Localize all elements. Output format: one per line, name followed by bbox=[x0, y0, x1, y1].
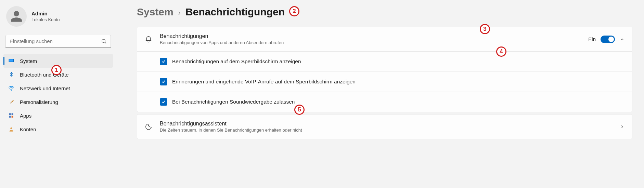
svg-point-9 bbox=[10, 127, 12, 129]
main-content: System › Benachrichtigungen Benachrichti… bbox=[116, 0, 644, 188]
panel-desc: Benachrichtigungen von Apps und anderen … bbox=[160, 40, 581, 45]
chevron-up-icon[interactable] bbox=[620, 37, 624, 42]
page-title: Benachrichtigungen bbox=[185, 6, 285, 18]
sidebar-item-accounts[interactable]: Konten bbox=[3, 122, 113, 136]
user-block[interactable]: Admin Lokales Konto bbox=[3, 6, 113, 33]
checkbox-voip[interactable] bbox=[160, 78, 167, 85]
sidebar: Admin Lokales Konto System Bluetooth und… bbox=[0, 0, 116, 188]
chevron-right-icon: › bbox=[178, 9, 181, 17]
option-label: Erinnerungen und eingehende VoIP-Anrufe … bbox=[172, 79, 356, 85]
sidebar-item-label: Personalisierung bbox=[20, 99, 58, 105]
search-input[interactable] bbox=[5, 35, 111, 48]
svg-point-4 bbox=[11, 90, 12, 91]
panel-desc: Die Zeiten steuern, in denen Sie Benachr… bbox=[160, 127, 612, 133]
user-subtitle: Lokales Konto bbox=[31, 17, 60, 22]
sidebar-item-label: System bbox=[20, 58, 37, 64]
breadcrumb: System › Benachrichtigungen bbox=[137, 6, 632, 18]
svg-rect-8 bbox=[12, 116, 13, 118]
svg-rect-7 bbox=[9, 116, 11, 118]
sidebar-item-system[interactable]: System bbox=[3, 54, 113, 68]
panel-header-notifications[interactable]: Benachrichtigungen Benachrichtigungen vo… bbox=[137, 27, 632, 51]
notifications-toggle[interactable] bbox=[601, 36, 615, 43]
search-wrap bbox=[5, 35, 111, 48]
option-label: Benachrichtigungen auf dem Sperrbildschi… bbox=[172, 58, 301, 65]
apps-icon bbox=[8, 112, 14, 119]
bluetooth-icon bbox=[8, 71, 14, 78]
user-name: Admin bbox=[31, 11, 60, 16]
panel-title: Benachrichtigungsassistent bbox=[160, 121, 612, 127]
brush-icon bbox=[8, 99, 14, 105]
panel-titles: Benachrichtigungen Benachrichtigungen vo… bbox=[160, 33, 581, 45]
checkbox-lockscreen[interactable] bbox=[160, 58, 167, 65]
panel-controls: Ein bbox=[588, 36, 624, 43]
option-sound: Bei Benachrichtigungen Soundwiedergabe z… bbox=[137, 92, 632, 112]
breadcrumb-parent[interactable]: System bbox=[137, 6, 173, 18]
bell-icon bbox=[145, 36, 152, 43]
nav: System Bluetooth und Geräte Netzwerk und… bbox=[3, 54, 113, 136]
notification-options: Benachrichtigungen auf dem Sperrbildschi… bbox=[137, 51, 632, 112]
moon-icon bbox=[145, 123, 152, 131]
panel-notifications: Benachrichtigungen Benachrichtigungen vo… bbox=[137, 27, 632, 112]
svg-rect-3 bbox=[9, 59, 13, 62]
chevron-right-icon bbox=[620, 124, 624, 129]
panel-focus-assist: Benachrichtigungsassistent Die Zeiten st… bbox=[137, 114, 632, 139]
svg-rect-5 bbox=[9, 113, 11, 115]
sidebar-item-network[interactable]: Netzwerk und Internet bbox=[3, 81, 113, 95]
person-icon bbox=[8, 126, 14, 132]
option-label: Bei Benachrichtigungen Soundwiedergabe z… bbox=[172, 99, 295, 105]
panel-titles: Benachrichtigungsassistent Die Zeiten st… bbox=[160, 121, 612, 133]
wifi-icon bbox=[8, 85, 14, 91]
toggle-label: Ein bbox=[588, 36, 596, 42]
sidebar-item-personalization[interactable]: Personalisierung bbox=[3, 95, 113, 109]
sidebar-item-label: Konten bbox=[20, 126, 36, 132]
display-icon bbox=[8, 58, 14, 64]
svg-rect-6 bbox=[12, 113, 13, 115]
sidebar-item-label: Bluetooth und Geräte bbox=[20, 72, 69, 78]
sidebar-item-label: Netzwerk und Internet bbox=[20, 85, 70, 91]
panel-title: Benachrichtigungen bbox=[160, 33, 581, 39]
checkbox-sound[interactable] bbox=[160, 98, 167, 106]
person-icon bbox=[10, 10, 23, 23]
sidebar-item-apps[interactable]: Apps bbox=[3, 109, 113, 122]
sidebar-item-bluetooth[interactable]: Bluetooth und Geräte bbox=[3, 68, 113, 81]
user-info: Admin Lokales Konto bbox=[31, 11, 60, 22]
option-lockscreen-notifications: Benachrichtigungen auf dem Sperrbildschi… bbox=[137, 52, 632, 71]
avatar bbox=[6, 6, 27, 27]
sidebar-item-label: Apps bbox=[20, 113, 31, 119]
panel-header-focus-assist[interactable]: Benachrichtigungsassistent Die Zeiten st… bbox=[137, 115, 632, 139]
option-voip-lockscreen: Erinnerungen und eingehende VoIP-Anrufe … bbox=[137, 71, 632, 92]
panel-controls bbox=[620, 124, 624, 129]
